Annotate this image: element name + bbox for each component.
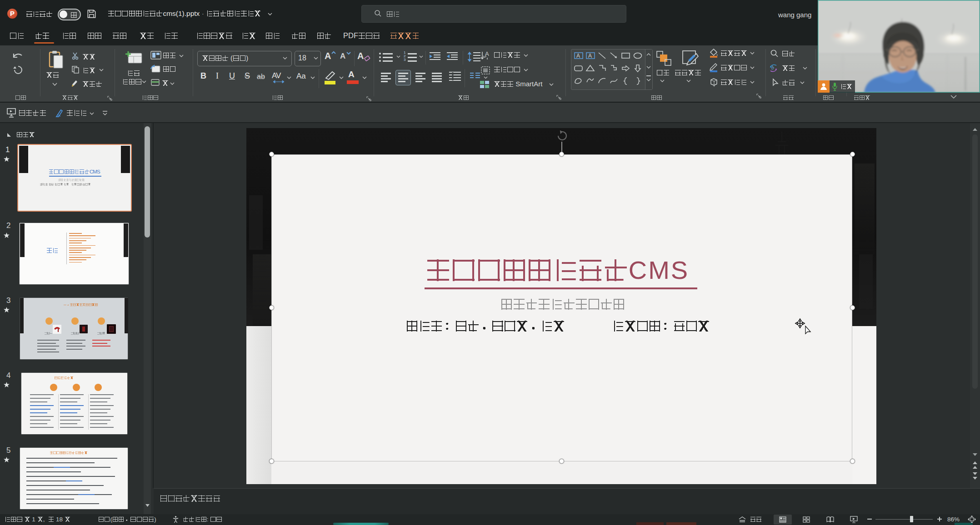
svg-text:A: A (576, 53, 580, 59)
svg-text:A: A (485, 50, 489, 57)
svg-text:A: A (588, 53, 592, 59)
